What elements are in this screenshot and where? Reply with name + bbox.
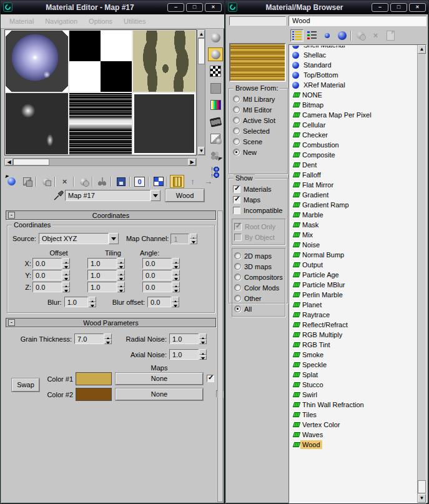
scroll-down-icon[interactable]: ▼ (198, 147, 205, 155)
browser-toolbar-icon[interactable] (305, 29, 318, 42)
toolbar-icon[interactable] (39, 175, 53, 188)
menu-item[interactable]: Options (83, 17, 118, 25)
browse-from-option[interactable]: Active Slot (232, 115, 286, 126)
coordinates-rollout-header[interactable]: - Coordinates (6, 210, 216, 220)
side-toolbar-icon[interactable] (208, 64, 223, 78)
angle-spinner[interactable]: 0.0 (142, 282, 180, 292)
tiling-spinner[interactable]: 1.0 (87, 270, 125, 280)
scroll-up-icon[interactable]: ▲ (418, 45, 426, 54)
color2-map-none-button[interactable]: None (116, 388, 203, 400)
chevron-down-icon[interactable] (150, 190, 160, 201)
list-item[interactable]: Waves (290, 430, 417, 440)
rollout-scrollbar[interactable] (217, 210, 223, 502)
list-item[interactable]: Noise (290, 240, 417, 250)
sample-slot-checker[interactable] (69, 31, 132, 92)
browser-titlebar[interactable]: Material/Map Browser – □ × (225, 1, 428, 14)
offset-spinner[interactable]: 0.0 (32, 258, 70, 269)
radial-noise-spinner[interactable]: 1.0 (169, 334, 207, 344)
list-item[interactable]: Top/Bottom (290, 70, 417, 80)
axial-noise-spinner[interactable]: 1.0 (169, 349, 207, 360)
radio-icon[interactable] (234, 305, 241, 312)
toolbar-icon[interactable] (92, 177, 94, 187)
slots-vertical-scrollbar[interactable]: ▲ ▼ (197, 29, 205, 156)
list-item[interactable]: Standard (290, 60, 417, 70)
angle-spinner[interactable]: 0.0 (142, 270, 180, 280)
list-item[interactable]: Mask (290, 220, 417, 230)
toolbar-icon[interactable] (36, 177, 37, 187)
radio-icon[interactable] (234, 252, 241, 259)
close-button[interactable]: × (409, 3, 426, 12)
browser-toolbar-icon[interactable] (384, 29, 397, 42)
list-item[interactable]: Camera Map Per Pixel (290, 110, 417, 120)
collapse-icon[interactable]: - (8, 319, 15, 326)
checkbox-icon[interactable] (233, 185, 240, 193)
scroll-left-icon[interactable]: ◀ (5, 159, 13, 166)
list-item[interactable]: NONE (290, 90, 417, 100)
show-checkbox-option[interactable]: Maps (232, 194, 286, 205)
radio-icon[interactable] (233, 127, 240, 134)
list-item[interactable]: Smoke (290, 350, 417, 360)
radio-icon[interactable] (234, 284, 241, 291)
radio-icon[interactable] (233, 117, 240, 124)
list-item[interactable]: Composite (290, 150, 417, 160)
radio-icon[interactable] (233, 96, 240, 102)
toolbar-icon[interactable] (167, 177, 169, 187)
radio-icon[interactable] (233, 138, 240, 145)
menu-item[interactable]: Utilities (118, 17, 151, 25)
color1-map-checkbox[interactable] (207, 375, 214, 382)
list-item[interactable]: Gradient (290, 190, 417, 200)
side-toolbar-icon[interactable] (208, 47, 223, 61)
list-item[interactable]: Stucco (290, 380, 417, 390)
map-filter-option[interactable]: Color Mods (233, 282, 284, 293)
checkbox-icon[interactable] (233, 196, 240, 204)
slots-horizontal-scrollbar[interactable]: ◀ ▶ (4, 158, 197, 166)
close-button[interactable]: × (205, 3, 222, 12)
list-item[interactable]: Planet (290, 300, 417, 310)
menu-item[interactable]: Material (4, 17, 39, 25)
list-item[interactable]: Particle Age (290, 270, 417, 280)
list-item[interactable]: Shellac (290, 50, 417, 60)
pick-material-eyedropper-icon[interactable] (53, 190, 64, 201)
browser-toolbar-icon[interactable] (335, 29, 348, 42)
list-item[interactable]: Normal Bump (290, 250, 417, 260)
toolbar-icon[interactable]: ↑ (185, 175, 200, 188)
toolbar-icon[interactable] (76, 175, 91, 188)
list-item[interactable]: Falloff (290, 170, 417, 180)
sample-slot-wood[interactable] (133, 93, 195, 154)
toolbar-icon[interactable] (20, 175, 34, 188)
list-item[interactable]: RGB Tint (290, 340, 417, 350)
map-filter-option[interactable]: All (233, 304, 284, 314)
list-item[interactable]: Shell Material (290, 46, 417, 50)
scrollbar-thumb[interactable] (418, 480, 426, 493)
toolbar-icon[interactable]: → (201, 175, 215, 188)
list-item[interactable]: Bitmap (290, 100, 417, 110)
show-checkbox-option[interactable]: Incompatible (232, 205, 286, 215)
list-scrollbar[interactable]: ▲ ▼ (417, 45, 426, 503)
tiling-spinner[interactable]: 1.0 (87, 282, 125, 292)
side-toolbar-icon[interactable] (208, 31, 223, 44)
minimize-button[interactable]: – (372, 3, 388, 12)
toolbar-icon[interactable]: × (57, 175, 72, 188)
list-item[interactable]: RGB Multiply (290, 330, 417, 340)
map-filter-option[interactable]: 2D maps (233, 250, 284, 261)
map-filter-option[interactable]: Other (233, 293, 284, 304)
list-item[interactable]: Flat Mirror (290, 180, 417, 190)
checkbox-icon[interactable] (233, 207, 240, 214)
scroll-up-icon[interactable]: ▲ (198, 30, 205, 38)
side-toolbar-icon[interactable] (208, 115, 223, 129)
scroll-down-icon[interactable]: ▼ (418, 494, 426, 503)
toolbar-icon[interactable] (73, 177, 75, 187)
material-name-combobox[interactable]: Map #17 (65, 190, 160, 201)
toolbar-icon[interactable] (111, 177, 112, 187)
side-toolbar-icon[interactable] (208, 132, 223, 146)
list-item[interactable]: Marble (290, 210, 417, 220)
list-item[interactable]: Particle MBlur (290, 280, 417, 290)
radio-icon[interactable] (234, 274, 241, 280)
maximize-button[interactable]: □ (186, 3, 203, 12)
show-checkbox-option[interactable]: Materials (232, 184, 286, 194)
material-editor-titlebar[interactable]: Material Editor - Map #17 – □ × (1, 1, 224, 14)
sample-slot-falloff[interactable] (6, 93, 68, 154)
browse-from-option[interactable]: Selected (232, 126, 286, 136)
offset-spinner[interactable]: 0.0 (32, 270, 70, 280)
browse-from-option[interactable]: Mtl Editor (232, 104, 286, 115)
